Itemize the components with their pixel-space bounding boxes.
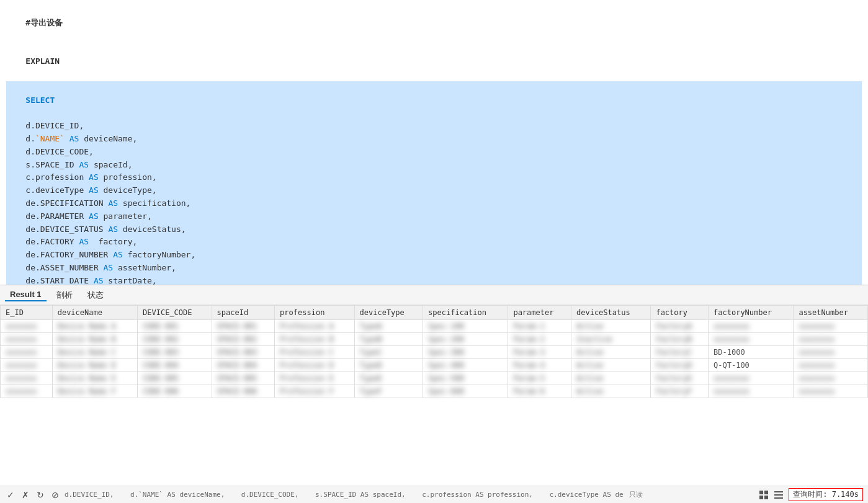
table-cell: xxxxxxx xyxy=(1,346,53,359)
field-device-status: de.DEVICE_STATUS AS deviceStatus, xyxy=(6,223,862,236)
table-cell: xxxxxxxx xyxy=(794,359,868,372)
table-cell: xxxxxxx xyxy=(1,333,53,346)
table-cell: xxxxxxxx xyxy=(794,385,868,398)
table-cell: Profession B xyxy=(275,333,354,346)
table-cell: CODE-003 xyxy=(138,346,212,359)
table-cell: Spec-400 xyxy=(423,359,508,372)
table-cell: Device Name F xyxy=(52,385,137,398)
col-parameter: parameter xyxy=(508,306,571,320)
col-factory: factory xyxy=(651,306,709,320)
table-cell: FactoryD xyxy=(651,359,709,372)
table-cell: Spec-200 xyxy=(423,333,508,346)
table-cell: Param-4 xyxy=(508,359,571,372)
table-cell: SPACE-002 xyxy=(212,333,275,346)
table-cell: Param-1 xyxy=(508,320,571,333)
table-cell: Param-3 xyxy=(508,346,571,359)
field-start-date: de.START_DATE AS startDate, xyxy=(6,275,862,285)
table-row: xxxxxxxDevice Name DCODE-004SPACE-004Pro… xyxy=(1,359,868,372)
table-cell: SPACE-006 xyxy=(212,385,275,398)
field-profession: c.profession AS profession, xyxy=(6,171,862,184)
table-cell: SPACE-003 xyxy=(212,346,275,359)
table-cell: xxxxxxxx xyxy=(709,320,794,333)
table-cell: Profession C xyxy=(275,346,354,359)
table-row: xxxxxxxDevice Name FCODE-006SPACE-006Pro… xyxy=(1,385,868,398)
table-cell: xxxxxxxx xyxy=(709,385,794,398)
refresh-icon[interactable]: ↻ xyxy=(35,489,46,501)
col-devicestatus: deviceStatus xyxy=(571,306,651,320)
table-row: xxxxxxxDevice Name BCODE-002SPACE-002Pro… xyxy=(1,333,868,346)
table-cell: xxxxxxxx xyxy=(794,320,868,333)
table-cell: xxxxxxxx xyxy=(794,372,868,385)
table-cell: Active xyxy=(571,372,651,385)
sql-preview: d.DEVICE_ID, d.`NAME` AS deviceName, d.D… xyxy=(65,491,623,499)
svg-rect-3 xyxy=(764,496,768,499)
table-cell: FactoryE xyxy=(651,372,709,385)
check-icon[interactable]: ✓ xyxy=(5,489,16,501)
table-cell: xxxxxxxx xyxy=(794,346,868,359)
table-cell: CODE-002 xyxy=(138,333,212,346)
field-parameter: de.PARAMETER AS parameter, xyxy=(6,210,862,223)
table-cell: TypeB xyxy=(354,333,423,346)
table-cell: Param-2 xyxy=(508,333,571,346)
table-cell: Param-6 xyxy=(508,385,571,398)
svg-rect-0 xyxy=(759,491,763,494)
table-cell: xxxxxxx xyxy=(1,359,53,372)
table-cell: Param-5 xyxy=(508,372,571,385)
select-keyword-line: SELECT xyxy=(6,81,862,120)
bottom-left: ✓ ✗ ↻ ⊘ d.DEVICE_ID, d.`NAME` AS deviceN… xyxy=(5,489,645,501)
table-row: xxxxxxxDevice Name CCODE-003SPACE-003Pro… xyxy=(1,346,868,359)
svg-rect-4 xyxy=(774,491,783,492)
svg-rect-2 xyxy=(759,496,763,499)
table-cell: xxxxxxx xyxy=(1,385,53,398)
table-cell: CODE-001 xyxy=(138,320,212,333)
table-cell: CODE-004 xyxy=(138,359,212,372)
tab-result1[interactable]: Result 1 xyxy=(5,288,47,301)
col-spaceid: spaceId xyxy=(212,306,275,320)
field-name: d.`NAME` AS deviceName, xyxy=(6,133,862,146)
col-devicename: deviceName xyxy=(52,306,137,320)
stop-icon[interactable]: ⊘ xyxy=(50,489,61,501)
tab-profiling[interactable]: 剖析 xyxy=(51,288,78,302)
table-cell: Active xyxy=(571,346,651,359)
table-cell: Q-QT-100 xyxy=(709,359,794,372)
table-cell: Device Name A xyxy=(52,320,137,333)
field-device-id: d.DEVICE_ID, xyxy=(6,120,862,133)
readonly-badge: 只读 xyxy=(627,490,645,499)
table-row: xxxxxxxDevice Name ACODE-001SPACE-001Pro… xyxy=(1,320,868,333)
close-icon[interactable]: ✗ xyxy=(20,489,31,501)
list-view-icon[interactable] xyxy=(774,490,784,500)
table-cell: xxxxxxx xyxy=(1,372,53,385)
table-cell: Spec-500 xyxy=(423,372,508,385)
sql-editor[interactable]: #导出设备 EXPLAIN SELECT d.DEVICE_ID, d.`NAM… xyxy=(0,0,868,285)
result-table: E_ID deviceName DEVICE_CODE spaceId prof… xyxy=(0,305,868,398)
table-cell: CODE-006 xyxy=(138,385,212,398)
field-specification: de.SPECIFICATION AS specification, xyxy=(6,197,862,210)
field-factory-number: de.FACTORY_NUMBER AS factoryNumber, xyxy=(6,249,862,262)
col-profession: profession xyxy=(275,306,354,320)
field-device-type: c.deviceType AS deviceType, xyxy=(6,184,862,197)
table-cell: TypeA xyxy=(354,320,423,333)
table-cell: Device Name E xyxy=(52,372,137,385)
bottom-bar: ✓ ✗ ↻ ⊘ d.DEVICE_ID, d.`NAME` AS deviceN… xyxy=(0,486,868,503)
table-row: xxxxxxxDevice Name ECODE-005SPACE-005Pro… xyxy=(1,372,868,385)
field-space-id: s.SPACE_ID AS spaceId, xyxy=(6,159,862,172)
result-area: Result 1 剖析 状态 E_ID deviceName DEVICE_CO… xyxy=(0,285,868,503)
table-cell: SPACE-004 xyxy=(212,359,275,372)
tab-status[interactable]: 状态 xyxy=(83,288,109,302)
svg-rect-5 xyxy=(774,494,783,496)
table-cell: Active xyxy=(571,385,651,398)
comment-line: #导出设备 xyxy=(6,4,862,42)
table-cell: Device Name C xyxy=(52,346,137,359)
table-cell: Inactive xyxy=(571,333,651,346)
explain-line: EXPLAIN xyxy=(6,42,862,81)
col-factorynumber: factoryNumber xyxy=(709,306,794,320)
table-cell: TypeF xyxy=(354,385,423,398)
result-tabs: Result 1 剖析 状态 xyxy=(0,285,868,305)
col-specification: specification xyxy=(423,306,508,320)
grid-view-icon[interactable] xyxy=(759,490,769,500)
table-cell: BD-1000 xyxy=(709,346,794,359)
result-table-wrapper[interactable]: E_ID deviceName DEVICE_CODE spaceId prof… xyxy=(0,305,868,486)
field-factory: de.FACTORY AS factory, xyxy=(6,236,862,249)
table-cell: TypeD xyxy=(354,359,423,372)
table-cell: Profession A xyxy=(275,320,354,333)
